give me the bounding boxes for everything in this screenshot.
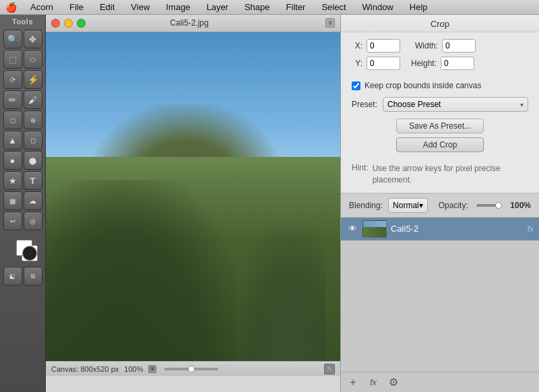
- tool-row-4: ✏ 🖌: [3, 90, 42, 109]
- zoom-fit-icon[interactable]: ⊞: [148, 365, 156, 373]
- settings-button[interactable]: ⚙: [387, 376, 400, 389]
- width-label: Width:: [415, 41, 438, 51]
- menu-file[interactable]: File: [67, 1, 86, 13]
- width-input[interactable]: [442, 39, 476, 53]
- buttons-row: Save As Preset... Add Crop: [341, 116, 539, 158]
- active-color[interactable]: [22, 246, 37, 261]
- menu-filter[interactable]: Filter: [284, 1, 309, 13]
- text-tool[interactable]: T: [24, 171, 42, 190]
- star-tool[interactable]: ★: [3, 171, 22, 190]
- tool-row-6: ▲ ◻: [3, 131, 42, 150]
- preset-value: Choose Preset: [387, 100, 441, 109]
- right-panel: Crop X: Width: Y:: [340, 15, 539, 392]
- clone-tool[interactable]: ⊕: [24, 110, 42, 129]
- y-input[interactable]: [367, 57, 400, 70]
- canvas-area: Cali5-2.jpg ▿ Canvas: 800x520 px 100% ⊞: [46, 15, 340, 392]
- menu-window[interactable]: Window: [360, 1, 396, 13]
- x-label: X:: [352, 41, 362, 51]
- arrow-tool[interactable]: ▲: [3, 131, 22, 150]
- hint-label: Hint:: [352, 163, 369, 186]
- tool-row-10: ↩ ◎: [3, 211, 42, 230]
- layers-footer: + fx ⚙: [341, 372, 539, 392]
- crop-panel: Crop X: Width: Y:: [341, 15, 539, 193]
- checkbox-label: Keep crop bounds inside canvas: [364, 81, 481, 90]
- opacity-slider[interactable]: [476, 204, 503, 207]
- add-crop-button[interactable]: Add Crop: [396, 137, 484, 152]
- tool-row-7: ● ⬤: [3, 151, 42, 170]
- opacity-label: Opacity:: [439, 201, 468, 210]
- opacity-thumb: [495, 202, 502, 209]
- menu-layer[interactable]: Layer: [203, 1, 231, 13]
- save-preset-button[interactable]: Save As Preset...: [396, 119, 484, 133]
- height-group: Height:: [411, 57, 474, 70]
- crop-title: Crop: [341, 15, 539, 32]
- menu-view[interactable]: View: [128, 1, 152, 13]
- menu-acorn[interactable]: Acorn: [28, 1, 56, 13]
- menu-help[interactable]: Help: [407, 1, 431, 13]
- checkbox-row: Keep crop bounds inside canvas: [341, 78, 539, 94]
- add-layer-button[interactable]: +: [346, 376, 360, 389]
- keep-bounds-checkbox[interactable]: [352, 81, 360, 90]
- magic-wand-tool[interactable]: ⚡: [24, 70, 42, 89]
- opacity-value: 100%: [510, 201, 531, 210]
- width-group: Width:: [415, 39, 476, 53]
- circle-tool[interactable]: ●: [3, 151, 22, 170]
- layers-empty-area: [341, 240, 539, 372]
- tool-row-extra: ⬕ ⊞: [3, 267, 42, 286]
- ellipse-select-tool[interactable]: ⬭: [24, 50, 42, 69]
- blending-mode: Normal: [393, 201, 419, 210]
- menu-bar: 🍎 Acorn File Edit View Image Layer Shape…: [0, 0, 539, 15]
- cactus-dark: [46, 180, 237, 361]
- rect-select-tool[interactable]: ⬚: [3, 50, 22, 69]
- tool-row-9: ▦ ☁: [3, 191, 42, 210]
- height-label: Height:: [411, 59, 437, 68]
- zoom-slider[interactable]: [164, 368, 218, 370]
- status-bar: Canvas: 800x520 px 100% ⊞ ⤡: [46, 361, 340, 376]
- tool-row-3: ⟳ ⚡: [3, 70, 42, 89]
- fx-button[interactable]: fx: [367, 376, 380, 389]
- paint-bucket-tool[interactable]: ⬤: [24, 151, 42, 170]
- apple-menu[interactable]: 🍎: [5, 2, 17, 13]
- extra-tool-1[interactable]: ⬕: [3, 267, 22, 286]
- lasso-tool[interactable]: ⟳: [3, 70, 22, 89]
- photo-content[interactable]: [46, 32, 340, 361]
- tool-row-2: ⬚ ⬭: [3, 50, 42, 69]
- expand-button[interactable]: ⤡: [324, 364, 335, 374]
- blur-tool[interactable]: ◎: [24, 211, 42, 230]
- preset-row: Preset: Choose Preset ▾: [341, 94, 539, 116]
- cactus-right: [237, 230, 325, 361]
- menu-shape[interactable]: Shape: [242, 1, 273, 13]
- tools-label: Tools: [12, 18, 33, 26]
- x-input[interactable]: [367, 39, 400, 53]
- menu-select[interactable]: Select: [319, 1, 348, 13]
- menu-image[interactable]: Image: [163, 1, 193, 13]
- preset-dropdown[interactable]: Choose Preset ▾: [383, 97, 528, 112]
- layer-thumbnail: [362, 220, 387, 238]
- blending-dropdown[interactable]: Normal ▾: [388, 198, 428, 213]
- crop-x-row: X: Width:: [352, 39, 528, 53]
- crop-y-row: Y: Height:: [352, 57, 528, 70]
- tool-row-1: 🔍 ✥: [3, 30, 42, 48]
- extra-tool-2[interactable]: ⊞: [24, 267, 42, 286]
- layer-visibility-icon[interactable]: 👁: [346, 223, 358, 235]
- crop-fields: X: Width: Y: Height:: [341, 32, 539, 78]
- hint-row: Hint: Use the arrow keys for pixel preci…: [341, 158, 539, 193]
- eraser-tool[interactable]: ◻: [3, 110, 22, 129]
- shape-tool[interactable]: ◻: [24, 131, 42, 150]
- blending-row: Blending: Normal ▾ Opacity: 100%: [341, 193, 539, 218]
- layer-item[interactable]: 👁 Cali5-2 fx: [341, 218, 539, 240]
- layer-name: Cali5-2: [391, 224, 524, 234]
- menu-edit[interactable]: Edit: [97, 1, 117, 13]
- pencil-tool[interactable]: ✏: [3, 90, 22, 109]
- gradient-tool[interactable]: ▦: [3, 191, 22, 210]
- blending-label: Blending:: [349, 201, 383, 210]
- preset-label: Preset:: [352, 100, 377, 109]
- height-input[interactable]: [441, 57, 474, 70]
- move-tool[interactable]: ✥: [24, 30, 42, 48]
- zoom-tool[interactable]: 🔍: [3, 30, 22, 48]
- dodge-tool[interactable]: ↩: [3, 211, 22, 230]
- window-collapse-icon[interactable]: ▿: [325, 18, 335, 28]
- y-label: Y:: [352, 59, 362, 68]
- brush-tool[interactable]: 🖌: [24, 90, 42, 109]
- smudge-tool[interactable]: ☁: [24, 191, 42, 210]
